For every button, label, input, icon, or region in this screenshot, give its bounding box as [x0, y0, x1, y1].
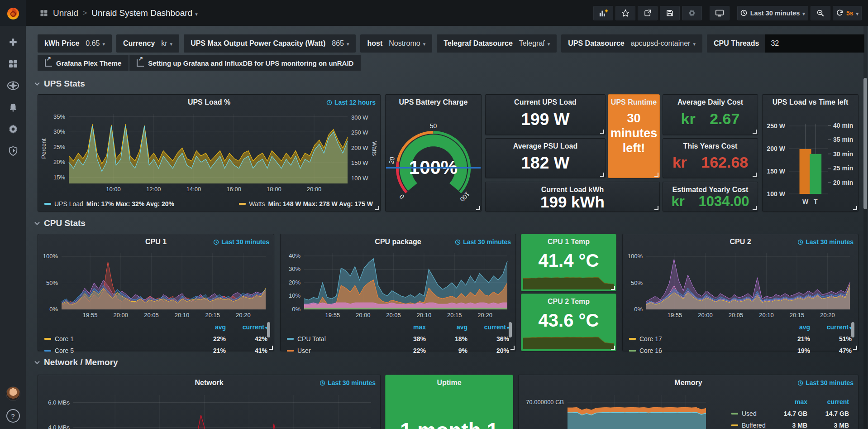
legend-col-max[interactable]: max	[388, 323, 426, 331]
ups-load-vs-time-chart[interactable]: 100 W150 W200 W250 W20 min25 min30 min35…	[763, 107, 857, 209]
panel-time-range[interactable]: Last 12 hours	[326, 99, 376, 106]
svg-text:30 min: 30 min	[833, 150, 853, 158]
memory-chart[interactable]: 50.000000 GB60.000000 GB70.000000 GB	[520, 390, 711, 429]
variable-ups-datasource[interactable]: UPS Datasource apcupsd-container	[561, 34, 702, 53]
panel-title[interactable]: Current UPS Load	[486, 98, 605, 106]
panel-resize-handle[interactable]	[753, 173, 757, 177]
link-grafana-plex-theme[interactable]: Grafana Plex Theme	[38, 55, 129, 71]
panel-resize-handle[interactable]	[753, 130, 757, 134]
panel-time-range[interactable]: Last 30 minutes	[797, 379, 854, 386]
panel-resize-handle[interactable]	[611, 286, 615, 290]
star-dashboard-button[interactable]	[615, 6, 635, 20]
panel-title[interactable]: CPU 1 Temp	[521, 238, 616, 246]
section-ups-stats[interactable]: UPS Stats	[34, 79, 85, 89]
legend-row-cpu-total[interactable]: CPU Total 38% 18% 36%	[287, 333, 509, 345]
panel-title[interactable]: CPU 2 Temp	[521, 298, 616, 306]
legend-col-avg[interactable]: avg	[188, 323, 226, 331]
ups-battery-gauge[interactable]: 02050100100%	[386, 108, 480, 208]
legend-scrollbar[interactable]	[851, 322, 854, 337]
panel-title[interactable]: UPS Runtime	[608, 98, 659, 106]
panel-time-range[interactable]: Last 30 minutes	[797, 238, 854, 246]
panel-resize-handle[interactable]	[269, 346, 273, 350]
panel-resize-handle[interactable]	[611, 346, 615, 350]
variable-ups-max-output[interactable]: UPS Max Output Power Capacity (Watt) 865	[184, 34, 356, 53]
panel-resize-handle[interactable]	[510, 346, 515, 350]
legend-col-current[interactable]: current	[229, 323, 267, 331]
zoom-out-button[interactable]	[811, 6, 830, 20]
dashboard-title[interactable]: Unraid System Dashboard	[91, 8, 197, 18]
panel-resize-handle[interactable]	[375, 206, 379, 210]
legend-row-core-16[interactable]: Core 16 19% 47%	[629, 345, 852, 357]
legend-row-core-17[interactable]: Core 17 21% 51%	[629, 333, 852, 345]
variable-currency[interactable]: Currency kr	[116, 34, 179, 53]
refresh-interval-label[interactable]: 5s	[846, 10, 858, 17]
panel-resize-handle[interactable]	[600, 130, 604, 134]
panel-resize-handle[interactable]	[753, 206, 757, 210]
link-ups-monitoring-guide[interactable]: Setting up Grafana and InfluxDB for UPS …	[129, 55, 361, 71]
legend-col-avg[interactable]: avg	[772, 323, 810, 331]
kiosk-tv-button[interactable]	[710, 6, 730, 20]
help-icon[interactable]: ?	[6, 409, 20, 423]
legend-row-buffered[interactable]: Buffered 3 MB 3 MB	[731, 419, 849, 429]
panel-resize-handle[interactable]	[476, 206, 480, 210]
legend-col-avg[interactable]: avg	[429, 323, 467, 331]
panel-time-range[interactable]: Last 30 minutes	[455, 238, 511, 246]
panel-title[interactable]: Uptime	[386, 379, 513, 387]
section-cpu-stats[interactable]: CPU Stats	[34, 218, 86, 228]
panel-title[interactable]: Estimated Yearly Cost	[663, 186, 758, 194]
legend-col-current[interactable]: current	[811, 398, 849, 405]
breadcrumb-folder[interactable]: Unraid	[53, 8, 78, 18]
svg-text:20: 20	[387, 156, 396, 165]
svg-text:30%: 30%	[289, 265, 300, 272]
variable-kwh-price[interactable]: kWh Price 0.65	[38, 34, 112, 53]
share-dashboard-button[interactable]	[638, 6, 658, 20]
alerting-bell-icon[interactable]	[7, 101, 19, 114]
save-dashboard-button[interactable]	[660, 6, 680, 20]
legend-col-current[interactable]: current	[471, 323, 509, 331]
configuration-gear-icon[interactable]	[7, 123, 19, 135]
explore-compass-icon[interactable]	[7, 79, 19, 92]
legend-item-ups-load[interactable]: UPS Load Min: 17% Max: 32% Avg: 20%	[44, 200, 174, 207]
legend-col-max[interactable]: max	[769, 398, 807, 405]
scrollbar-thumb[interactable]	[863, 78, 867, 209]
panel-time-range[interactable]: Last 30 minutes	[320, 379, 376, 386]
legend-item-watts[interactable]: Watts Min: 148 W Max: 278 W Avg: 175 W	[239, 200, 373, 207]
network-chart[interactable]: 2.0 MBs4.0 MBs6.0 MBs	[40, 390, 378, 429]
panel-resize-handle[interactable]	[853, 346, 857, 350]
legend-col-current[interactable]: current	[814, 323, 852, 331]
panel-resize-handle[interactable]	[853, 206, 857, 210]
panel-resize-handle[interactable]	[600, 173, 604, 177]
time-range-picker[interactable]: Last 30 minutes	[737, 6, 808, 20]
legend-row-core-1[interactable]: Core 1 22% 42%	[44, 333, 267, 345]
legend-row-used[interactable]: Used 14.7 GB 14.7 GB	[731, 408, 849, 419]
dashboards-icon[interactable]	[7, 58, 19, 70]
page-scrollbar[interactable]	[863, 26, 867, 429]
cpu-2-chart[interactable]: 19:5520:0020:0520:1020:1520:200%50%100%	[625, 249, 856, 320]
refresh-button[interactable]: 5s	[833, 6, 862, 20]
variable-host[interactable]: host Nostromo	[360, 34, 432, 53]
panel-title[interactable]: This Years Cost	[663, 142, 758, 150]
server-admin-shield-icon[interactable]	[7, 145, 19, 157]
create-plus-icon[interactable]	[7, 36, 19, 48]
grafana-logo[interactable]	[0, 0, 26, 26]
user-avatar[interactable]	[6, 386, 20, 401]
dashboard-settings-button[interactable]	[682, 6, 702, 20]
ups-load-chart[interactable]: 10:0012:0014:0016:0018:0020:0015%20%25%3…	[40, 109, 378, 194]
panel-title[interactable]: UPS Load vs Time left	[763, 98, 858, 106]
panel-title[interactable]: Average Daily Cost	[663, 98, 758, 106]
panel-resize-handle[interactable]	[654, 206, 658, 210]
section-network-memory[interactable]: Network / Memory	[34, 357, 118, 367]
panel-resize-handle[interactable]	[654, 173, 658, 177]
legend-scrollbar[interactable]	[509, 322, 512, 337]
variable-telegraf-datasource[interactable]: Telegraf Datasource Telegraf	[437, 34, 557, 53]
add-panel-button[interactable]	[593, 6, 613, 20]
cpu-1-chart[interactable]: 19:5520:0020:0520:1020:1520:200%50%100%	[40, 249, 272, 320]
panel-title[interactable]: UPS Battery Charge	[386, 98, 481, 106]
legend-row-user[interactable]: User 22% 9% 20%	[287, 345, 509, 357]
legend-row-core-5[interactable]: Core 5 21% 41%	[44, 345, 267, 357]
legend-scrollbar[interactable]	[267, 322, 270, 337]
cpu-package-chart[interactable]: 19:5520:0020:0520:1020:1520:200%10%20%30…	[282, 249, 514, 320]
cpu-threads-input[interactable]	[765, 34, 864, 53]
panel-title[interactable]: Average PSU Load	[486, 142, 605, 150]
panel-time-range[interactable]: Last 30 minutes	[213, 238, 269, 246]
